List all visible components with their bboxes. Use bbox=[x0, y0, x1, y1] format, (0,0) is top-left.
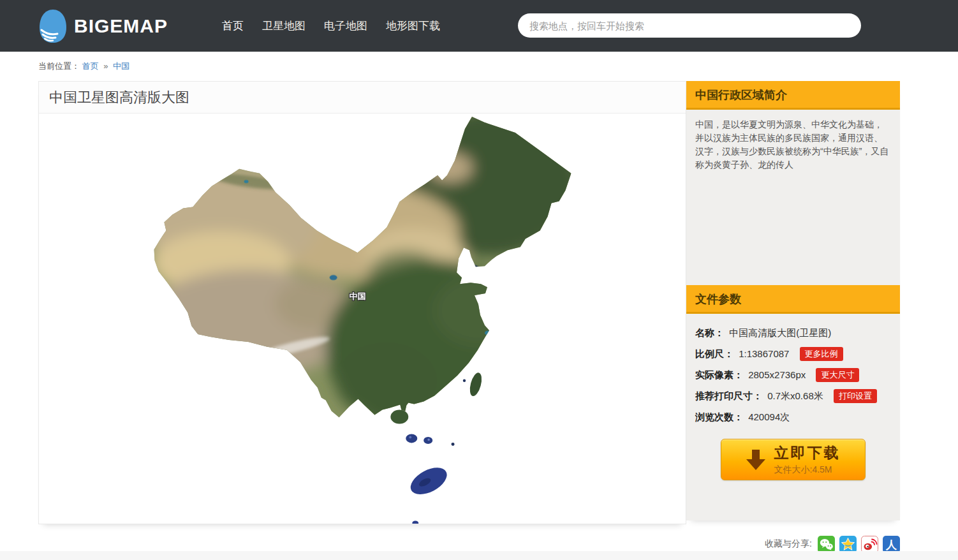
breadcrumb-home-link[interactable]: 首页 bbox=[82, 61, 99, 71]
china-satellite-map-image[interactable]: 中国 bbox=[39, 114, 686, 524]
param-label: 推荐打印尺寸： bbox=[695, 390, 762, 401]
nav-satellite-map[interactable]: 卫星地图 bbox=[262, 18, 306, 33]
download-arrow-icon bbox=[746, 450, 765, 470]
param-label: 名称： bbox=[695, 327, 724, 338]
weibo-icon[interactable] bbox=[861, 536, 878, 553]
param-row-scale: 比例尺： 1:13867087 更多比例 bbox=[695, 343, 891, 364]
svg-text:人: 人 bbox=[885, 539, 897, 551]
nav-electronic-map[interactable]: 电子地图 bbox=[324, 18, 367, 33]
renren-icon[interactable]: 人 bbox=[883, 536, 900, 553]
breadcrumb-separator: » bbox=[103, 61, 108, 71]
main-nav: 首页 卫星地图 电子地图 地形图下载 bbox=[222, 0, 440, 52]
region-intro-title: 中国行政区域简介 bbox=[686, 81, 900, 110]
param-value: 420094次 bbox=[748, 411, 790, 422]
file-params-title: 文件参数 bbox=[686, 285, 900, 314]
nav-home[interactable]: 首页 bbox=[222, 18, 244, 33]
param-row-views: 浏览次数： 420094次 bbox=[695, 406, 891, 427]
param-row-print-size: 推荐打印尺寸： 0.7米x0.68米 打印设置 bbox=[695, 385, 891, 406]
download-button-label: 立即下载 bbox=[774, 443, 841, 463]
param-row-name: 名称： 中国高清版大图(卫星图) bbox=[695, 322, 891, 343]
param-label: 比例尺： bbox=[695, 348, 733, 359]
breadcrumb-current-link[interactable]: 中国 bbox=[113, 61, 129, 71]
page-title: 中国卫星图高清版大图 bbox=[39, 82, 686, 114]
param-value: 中国高清版大图(卫星图) bbox=[729, 327, 831, 338]
param-value: 1:13867087 bbox=[739, 348, 789, 359]
share-label: 收藏与分享: bbox=[765, 538, 812, 550]
footer-strip bbox=[0, 551, 958, 560]
file-params-section: 文件参数 名称： 中国高清版大图(卫星图) 比例尺： 1:13867087 更多… bbox=[686, 285, 900, 520]
breadcrumb-label: 当前位置： bbox=[38, 61, 80, 71]
download-button[interactable]: 立即下载 文件大小:4.5M bbox=[721, 439, 866, 480]
download-file-size: 文件大小:4.5M bbox=[774, 464, 841, 476]
sidebar: 中国行政区域简介 中国，是以华夏文明为源泉、中华文化为基础，并以汉族为主体民族的… bbox=[686, 81, 900, 520]
larger-size-button[interactable]: 更大尺寸 bbox=[816, 368, 859, 382]
page: BIGEMAP 首页 卫星地图 电子地图 地形图下载 当前位置： 首页 » 中国… bbox=[0, 0, 958, 560]
wechat-icon[interactable] bbox=[818, 536, 835, 553]
brand-logo[interactable]: BIGEMAP bbox=[38, 8, 168, 45]
map-country-label: 中国 bbox=[350, 291, 366, 301]
param-value: 0.7米x0.68米 bbox=[767, 390, 823, 401]
param-label: 实际像素： bbox=[695, 369, 743, 380]
breadcrumb: 当前位置： 首页 » 中国 bbox=[38, 61, 129, 72]
print-settings-button[interactable]: 打印设置 bbox=[834, 389, 877, 403]
search-input[interactable] bbox=[518, 13, 861, 38]
region-intro-section: 中国行政区域简介 中国，是以华夏文明为源泉、中华文化为基础，并以汉族为主体民族的… bbox=[686, 81, 900, 285]
bigemap-logo-icon bbox=[38, 8, 68, 44]
more-scales-button[interactable]: 更多比例 bbox=[800, 347, 843, 361]
content-panel: 中国卫星图高清版大图 bbox=[38, 81, 686, 524]
region-intro-text: 中国，是以华夏文明为源泉、中华文化为基础，并以汉族为主体民族的多民族国家，通用汉… bbox=[686, 110, 900, 285]
brand-name: BIGEMAP bbox=[74, 15, 168, 37]
qzone-icon[interactable] bbox=[839, 536, 857, 553]
param-label: 浏览次数： bbox=[695, 411, 743, 422]
param-value: 2805x2736px bbox=[748, 369, 806, 380]
china-map-svg: 中国 bbox=[39, 114, 686, 524]
param-row-pixels: 实际像素： 2805x2736px 更大尺寸 bbox=[695, 364, 891, 385]
top-navbar: BIGEMAP 首页 卫星地图 电子地图 地形图下载 bbox=[0, 0, 958, 52]
nav-terrain-download[interactable]: 地形图下载 bbox=[386, 18, 440, 33]
